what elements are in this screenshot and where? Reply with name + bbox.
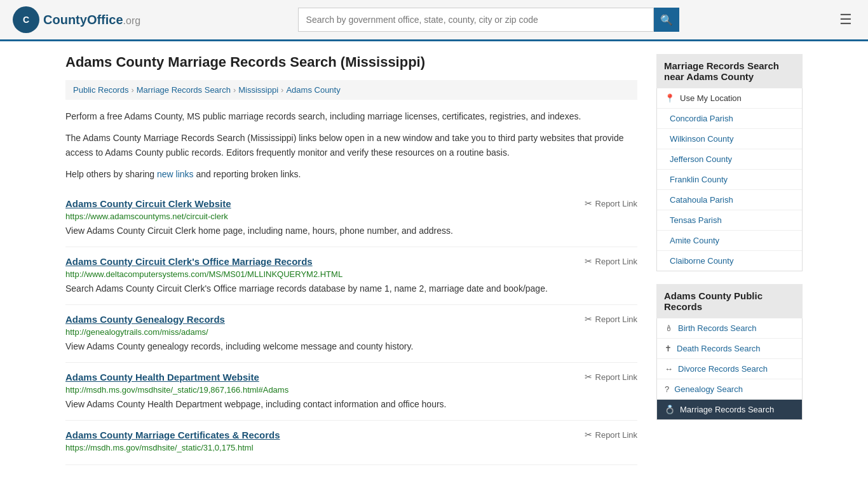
report-icon: ✂ <box>585 314 592 324</box>
nearby-list-item: Catahoula Parish <box>657 190 802 210</box>
public-records-list: 🕯 Birth Records Search ✝ Death Records S… <box>656 318 803 420</box>
breadcrumb: Public Records › Marriage Records Search… <box>65 80 637 100</box>
public-records-link[interactable]: ↔ Divorce Records Search <box>657 359 802 379</box>
nearby-link[interactable]: Tensas Parish <box>657 210 802 230</box>
report-link[interactable]: ✂ Report Link <box>585 372 637 382</box>
nearby-list-item: Franklin County <box>657 170 802 190</box>
hamburger-icon: ☰ <box>839 11 852 27</box>
result-title[interactable]: Adams County Genealogy Records <box>65 314 225 325</box>
nearby-label: Use My Location <box>680 93 742 103</box>
result-url: http://genealogytrails.com/miss/adams/ <box>65 327 637 337</box>
result-desc: View Adams County Health Department webp… <box>65 398 637 411</box>
result-title[interactable]: Adams County Health Department Website <box>65 372 259 383</box>
result-url: https://www.adamscountyms.net/circuit-cl… <box>65 212 637 221</box>
record-label: Divorce Records Search <box>678 364 768 374</box>
result-url: https://msdh.ms.gov/msdhsite/_static/31,… <box>65 443 637 452</box>
breadcrumb-adams-county[interactable]: Adams County <box>286 85 340 95</box>
nearby-label: Wilkinson County <box>670 134 733 144</box>
breadcrumb-sep-1: › <box>131 85 133 95</box>
report-link[interactable]: ✂ Report Link <box>585 314 637 324</box>
new-links-link[interactable]: new links <box>157 169 194 179</box>
main-container: Adams County Marriage Records Search (Mi… <box>53 41 815 478</box>
record-icon: ? <box>665 384 669 394</box>
result-title[interactable]: Adams County Circuit Clerk Website <box>65 198 231 209</box>
public-records-link[interactable]: 💍 Marriage Records Search <box>657 400 802 419</box>
nearby-label: Tensas Parish <box>670 215 722 225</box>
result-title[interactable]: Adams County Circuit Clerk's Office Marr… <box>65 256 313 267</box>
nearby-link[interactable]: Jefferson County <box>657 149 802 169</box>
nearby-link[interactable]: 📍 Use My Location <box>657 88 802 108</box>
result-title[interactable]: Adams County Marriage Certificates & Rec… <box>65 430 280 440</box>
nearby-list-item: Wilkinson County <box>657 129 802 149</box>
nearby-link[interactable]: Catahoula Parish <box>657 190 802 210</box>
nearby-label: Franklin County <box>670 175 728 184</box>
record-icon: ↔ <box>665 364 673 374</box>
record-icon: 🕯 <box>665 323 673 333</box>
search-input[interactable] <box>298 8 654 32</box>
nearby-section: Marriage Records Search near Adams Count… <box>656 54 803 271</box>
nearby-header: Marriage Records Search near Adams Count… <box>656 54 803 88</box>
public-records-list-item: 💍 Marriage Records Search <box>657 400 802 419</box>
public-records-list-item: ↔ Divorce Records Search <box>657 359 802 379</box>
breadcrumb-marriage-records[interactable]: Marriage Records Search <box>137 85 231 95</box>
report-link[interactable]: ✂ Report Link <box>585 430 637 440</box>
description-3: Help others by sharing new links and rep… <box>65 167 637 181</box>
nearby-label: Catahoula Parish <box>670 195 733 205</box>
content-area: Adams County Marriage Records Search (Mi… <box>65 54 637 465</box>
result-desc: View Adams County Circuit Clerk home pag… <box>65 224 637 238</box>
header: C CountyOffice.org 🔍 ☰ <box>0 0 868 41</box>
nearby-link[interactable]: Wilkinson County <box>657 129 802 149</box>
public-records-link[interactable]: 🕯 Birth Records Search <box>657 318 802 338</box>
result-item: Adams County Circuit Clerk Website ✂ Rep… <box>65 189 637 247</box>
nearby-list-item: Jefferson County <box>657 149 802 170</box>
sidebar: Marriage Records Search near Adams Count… <box>656 54 803 465</box>
public-records-header: Adams County Public Records <box>656 284 803 318</box>
report-label: Report Link <box>595 315 637 324</box>
result-desc: View Adams County genealogy records, inc… <box>65 340 637 353</box>
record-label: Marriage Records Search <box>680 405 774 414</box>
breadcrumb-mississippi[interactable]: Mississippi <box>238 85 278 95</box>
nearby-list-item: 📍 Use My Location <box>657 88 802 109</box>
breadcrumb-public-records[interactable]: Public Records <box>73 85 128 95</box>
record-label: Birth Records Search <box>678 323 757 333</box>
nearby-list-item: Claiborne County <box>657 251 802 271</box>
breadcrumb-sep-2: › <box>233 85 236 95</box>
result-item: Adams County Circuit Clerk's Office Marr… <box>65 247 637 305</box>
result-item: Adams County Genealogy Records ✂ Report … <box>65 305 637 363</box>
nearby-link[interactable]: Concordia Parish <box>657 109 802 128</box>
nearby-list-item: Tensas Parish <box>657 210 802 231</box>
report-icon: ✂ <box>585 198 592 208</box>
report-icon: ✂ <box>585 430 592 440</box>
logo-icon: C <box>13 6 39 33</box>
public-records-link[interactable]: ? Genealogy Search <box>657 379 802 399</box>
report-link[interactable]: ✂ Report Link <box>585 256 637 266</box>
search-button[interactable]: 🔍 <box>654 8 679 32</box>
report-label: Report Link <box>595 372 637 382</box>
search-bar: 🔍 <box>298 8 679 32</box>
report-icon: ✂ <box>585 372 592 382</box>
nearby-link[interactable]: Claiborne County <box>657 251 802 271</box>
report-label: Report Link <box>595 257 637 266</box>
nearby-label: Claiborne County <box>670 256 733 266</box>
nearby-link[interactable]: Franklin County <box>657 170 802 189</box>
report-link[interactable]: ✂ Report Link <box>585 198 637 208</box>
result-item: Adams County Marriage Certificates & Rec… <box>65 421 637 465</box>
nearby-list-item: Amite County <box>657 231 802 251</box>
description-2: The Adams County Marriage Records Search… <box>65 131 637 159</box>
result-url: http://www.deltacomputersystems.com/MS/M… <box>65 269 637 279</box>
search-icon: 🔍 <box>660 14 673 26</box>
record-icon: 💍 <box>665 405 675 414</box>
result-url: http://msdh.ms.gov/msdhsite/_static/19,8… <box>65 385 637 395</box>
public-records-section: Adams County Public Records 🕯 Birth Reco… <box>656 284 803 420</box>
menu-button[interactable]: ☰ <box>836 8 855 31</box>
description-1: Perform a free Adams County, MS public m… <box>65 109 637 123</box>
nearby-link[interactable]: Amite County <box>657 231 802 250</box>
nearby-list-item: Concordia Parish <box>657 109 802 129</box>
svg-text:C: C <box>23 15 29 25</box>
nearby-list: 📍 Use My Location Concordia Parish Wilki… <box>656 88 803 271</box>
report-label: Report Link <box>595 199 637 208</box>
report-label: Report Link <box>595 430 637 440</box>
nearby-label: Concordia Parish <box>670 114 733 123</box>
public-records-link[interactable]: ✝ Death Records Search <box>657 339 802 358</box>
public-records-list-item: ✝ Death Records Search <box>657 339 802 359</box>
